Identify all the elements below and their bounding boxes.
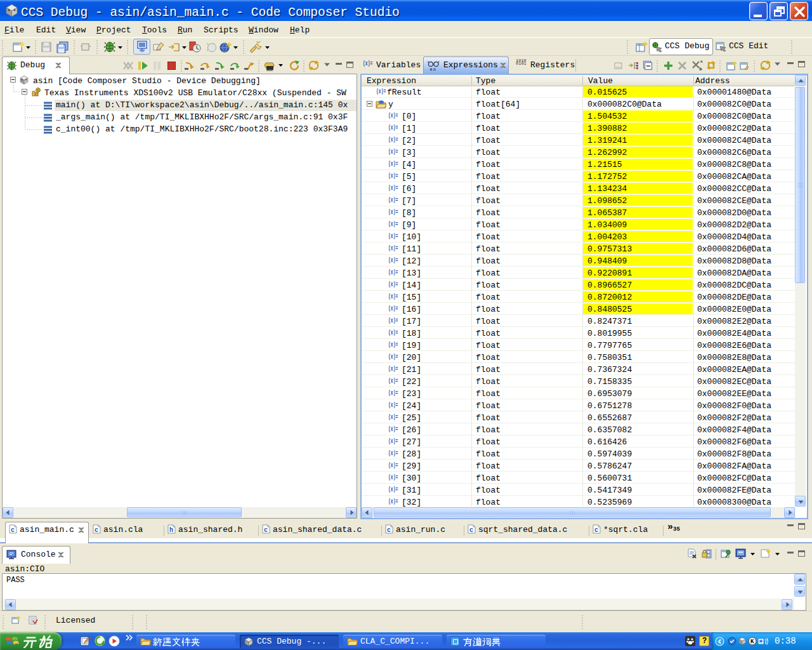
svg-text:c: c xyxy=(264,527,268,534)
svg-text:c: c xyxy=(387,527,391,534)
svg-text:K: K xyxy=(750,639,754,645)
svg-text:h: h xyxy=(169,527,173,534)
svg-text:c: c xyxy=(95,527,98,534)
svg-text:c: c xyxy=(11,527,15,534)
svg-text:c: c xyxy=(594,527,598,534)
svg-text:c: c xyxy=(469,527,473,534)
